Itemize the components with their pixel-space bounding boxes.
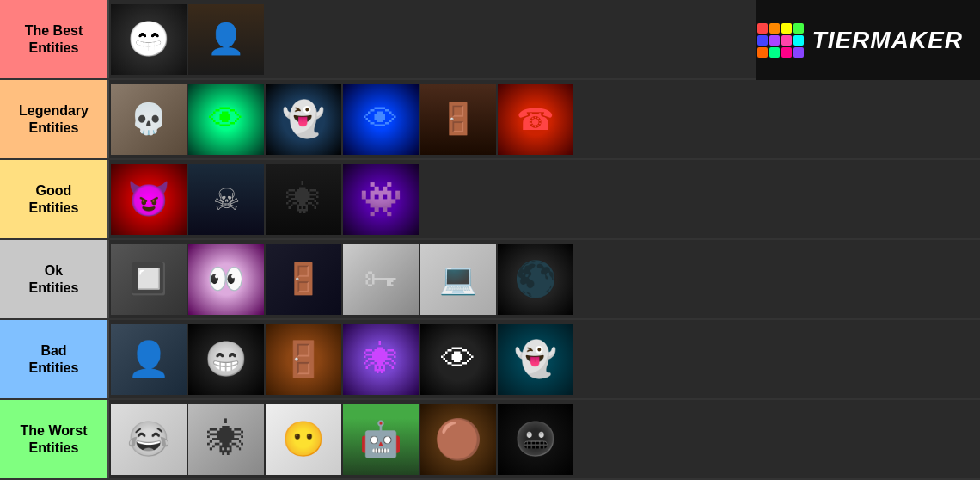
card-inner-blue-eye bbox=[343, 84, 419, 155]
tiermaker-logo: TiERMAKER bbox=[757, 23, 963, 58]
tier-row-d: The Worst Entities bbox=[0, 400, 980, 480]
card-inner-red-hand bbox=[498, 84, 573, 155]
card-inner-spider-thing bbox=[343, 324, 419, 395]
card-key[interactable] bbox=[343, 244, 419, 315]
tier-row-ss: Legendary Entities bbox=[0, 80, 980, 160]
card-inner-dark-figure bbox=[188, 4, 264, 75]
card-inner-real-spider bbox=[188, 404, 264, 475]
tier-label-a: Good Entities bbox=[0, 160, 107, 238]
card-purple-monster[interactable] bbox=[343, 164, 419, 235]
tier-label-b: Ok Entities bbox=[0, 240, 107, 318]
card-red-face[interactable] bbox=[111, 164, 187, 235]
logo-cell-11 bbox=[793, 47, 804, 58]
card-inner-tall-figure bbox=[266, 164, 341, 235]
card-red-hand[interactable] bbox=[498, 84, 573, 155]
logo-cell-9 bbox=[769, 47, 780, 58]
tier-content-ss bbox=[107, 80, 980, 158]
card-jeff[interactable] bbox=[266, 404, 341, 475]
card-dark-figure[interactable] bbox=[188, 4, 264, 75]
logo-cell-6 bbox=[781, 35, 792, 46]
card-doors-b[interactable] bbox=[266, 244, 341, 315]
tier-row-a: Good Entities bbox=[0, 160, 980, 240]
card-teal-ghost[interactable] bbox=[498, 324, 573, 395]
card-ghost[interactable] bbox=[266, 84, 341, 155]
tier-label-s: The Best Entities bbox=[0, 0, 107, 78]
header: TiERMAKER bbox=[756, 0, 980, 80]
card-blue-eye[interactable] bbox=[343, 84, 419, 155]
tier-row-c: Bad Entities bbox=[0, 320, 980, 400]
card-brown-blob[interactable] bbox=[420, 404, 496, 475]
tier-content-d bbox=[107, 400, 980, 478]
card-inner-glitch-eye bbox=[188, 84, 264, 155]
logo-cell-2 bbox=[781, 23, 792, 34]
logo-cell-4 bbox=[757, 35, 768, 46]
card-tall-figure[interactable] bbox=[266, 164, 341, 235]
card-eyeball[interactable] bbox=[188, 244, 264, 315]
tier-content-c bbox=[107, 320, 980, 398]
logo-cell-8 bbox=[757, 47, 768, 58]
card-real-spider[interactable] bbox=[188, 404, 264, 475]
card-troll[interactable] bbox=[111, 404, 187, 475]
card-inner-bald-man bbox=[111, 324, 187, 395]
logo-cell-1 bbox=[769, 23, 780, 34]
card-grin[interactable] bbox=[188, 324, 264, 395]
card-roblox[interactable] bbox=[343, 404, 419, 475]
card-inner-roblox bbox=[343, 404, 419, 475]
card-spider-thing[interactable] bbox=[343, 324, 419, 395]
card-glitch-eye[interactable] bbox=[188, 84, 264, 155]
card-inner-purple-monster bbox=[343, 164, 419, 235]
card-inner-grey-box bbox=[111, 244, 187, 315]
card-inner-red-face bbox=[111, 164, 187, 235]
card-teeth[interactable] bbox=[498, 404, 573, 475]
card-doors-room[interactable] bbox=[420, 84, 496, 155]
card-inner-key bbox=[343, 244, 419, 315]
logo-cell-3 bbox=[793, 23, 804, 34]
card-inner-jeff bbox=[266, 404, 341, 475]
card-inner-skeleton bbox=[111, 84, 187, 155]
card-inner-smile bbox=[111, 4, 187, 75]
logo-text: TiERMAKER bbox=[812, 27, 963, 54]
tier-content-a bbox=[107, 160, 980, 238]
card-inner-glowing-eyes bbox=[420, 324, 496, 395]
card-inner-ghost bbox=[266, 84, 341, 155]
logo-cell-0 bbox=[757, 23, 768, 34]
card-bald-man[interactable] bbox=[111, 324, 187, 395]
card-killed[interactable] bbox=[188, 164, 264, 235]
logo-cell-5 bbox=[769, 35, 780, 46]
card-inner-teal-ghost bbox=[498, 324, 573, 395]
card-inner-killed bbox=[188, 164, 264, 235]
card-smile[interactable] bbox=[111, 4, 187, 75]
tier-content-b bbox=[107, 240, 980, 318]
card-door-brown[interactable] bbox=[266, 324, 341, 395]
logo-grid bbox=[757, 23, 804, 58]
card-inner-dark-scratch bbox=[498, 244, 573, 315]
card-inner-eyeball bbox=[188, 244, 264, 315]
tier-label-c: Bad Entities bbox=[0, 320, 107, 398]
card-inner-brown-blob bbox=[420, 404, 496, 475]
card-grey-box[interactable] bbox=[111, 244, 187, 315]
tier-label-ss: Legendary Entities bbox=[0, 80, 107, 158]
card-died[interactable] bbox=[420, 244, 496, 315]
card-inner-died bbox=[420, 244, 496, 315]
logo-cell-7 bbox=[793, 35, 804, 46]
card-inner-doors-b bbox=[266, 244, 341, 315]
card-inner-troll bbox=[111, 404, 187, 475]
card-inner-doors-room bbox=[420, 84, 496, 155]
card-inner-grin bbox=[188, 324, 264, 395]
tier-label-d: The Worst Entities bbox=[0, 400, 107, 478]
card-inner-door-brown bbox=[266, 324, 341, 395]
card-inner-teeth bbox=[498, 404, 573, 475]
tier-row-b: Ok Entities bbox=[0, 240, 980, 320]
logo-cell-10 bbox=[781, 47, 792, 58]
card-dark-scratch[interactable] bbox=[498, 244, 573, 315]
card-skeleton[interactable] bbox=[111, 84, 187, 155]
card-glowing-eyes[interactable] bbox=[420, 324, 496, 395]
